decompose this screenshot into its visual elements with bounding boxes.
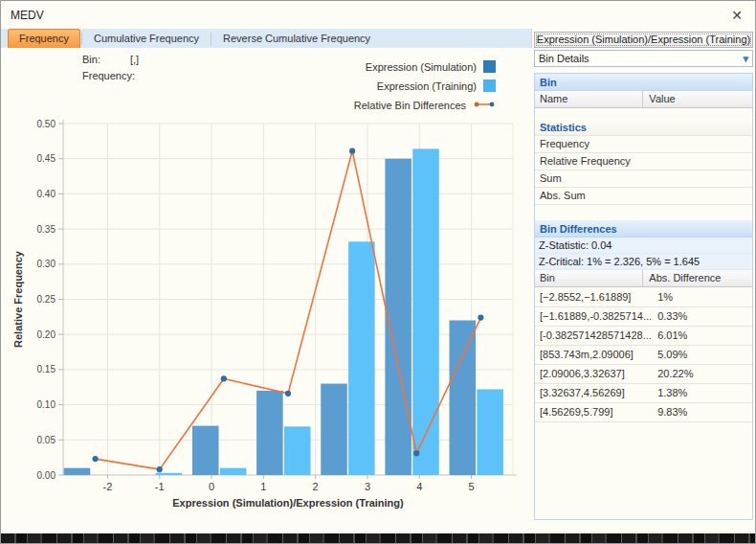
- expression-header-button[interactable]: Expression (Simulation)/Expression (Trai…: [534, 32, 753, 48]
- x-tick-label: 3: [365, 481, 370, 492]
- diff-point[interactable]: [221, 375, 227, 381]
- value-column-header[interactable]: Value: [642, 91, 752, 107]
- legend-label: Relative Bin Differences: [354, 100, 466, 111]
- dropdown-value: Bin Details: [539, 53, 589, 64]
- bin-range-cell: [3.32637,4.56269]: [535, 383, 652, 402]
- x-axis-title: Expression (Simulation)/Expression (Trai…: [172, 497, 404, 509]
- diff-point[interactable]: [478, 314, 483, 320]
- tab-cumulative-frequency[interactable]: Cumulative Frequency: [83, 30, 210, 48]
- legend-label: Expression (Simulation): [366, 61, 477, 73]
- chart-legend: Expression (Simulation)Expression (Train…: [354, 59, 496, 112]
- diff-point[interactable]: [92, 456, 98, 462]
- medv-dialog: MEDV ✕ FrequencyCumulative FrequencyReve…: [0, 0, 756, 544]
- bar-training[interactable]: [220, 468, 247, 475]
- bin-difference-row[interactable]: [−1.61889,-0.3825714...0.33%: [535, 306, 752, 326]
- close-icon[interactable]: ✕: [728, 7, 745, 24]
- abs-difference-cell: 0.33%: [652, 306, 752, 326]
- bin-differences-section-header: Bin Differences: [535, 220, 752, 238]
- window-title: MEDV: [11, 9, 44, 22]
- y-tick-label: 0.30: [37, 259, 56, 269]
- bin-section-header: Bin: [535, 74, 752, 91]
- bin-difference-row[interactable]: [3.32637,4.56269]1.38%: [535, 383, 752, 402]
- bar-simulation[interactable]: [321, 384, 347, 475]
- tab-reverse-cumulative-frequency[interactable]: Reverse Cumulative Frequency: [212, 30, 381, 48]
- abs-difference-cell: 20.22%: [652, 364, 752, 383]
- tab-separator: [81, 33, 82, 45]
- tab-bar: FrequencyCumulative FrequencyReverse Cum…: [1, 29, 532, 48]
- x-tick-label: 0: [209, 481, 214, 492]
- abs-difference-cell: 5.09%: [652, 345, 752, 364]
- y-tick-label: 0.05: [37, 435, 56, 445]
- bin-column-header[interactable]: Bin: [535, 270, 642, 286]
- x-tick-label: 2: [313, 481, 319, 492]
- y-tick-label: 0.50: [37, 119, 56, 129]
- hover-info: Bin: [,] Frequency:: [82, 54, 139, 86]
- y-tick-label: 0.40: [37, 189, 56, 199]
- bar-training[interactable]: [477, 389, 503, 475]
- bin-range-cell: [853.743m,2.09006]: [535, 345, 652, 364]
- y-tick-label: 0.00: [37, 470, 56, 481]
- abs-difference-column-header[interactable]: Abs. Difference: [642, 270, 752, 286]
- abs-difference-cell: 6.01%: [652, 326, 752, 345]
- frequency-label: Frequency:: [82, 70, 130, 81]
- chart-area: Bin: [,] Frequency: Expression (Simulati…: [1, 48, 532, 543]
- statistics-row[interactable]: Abs. Sum: [535, 188, 752, 205]
- legend-line-marker-icon: [473, 100, 496, 111]
- legend-item[interactable]: Expression (Simulation): [354, 59, 496, 74]
- chevron-down-icon: ▾: [743, 53, 748, 65]
- diff-point[interactable]: [157, 466, 163, 472]
- bin-difference-row[interactable]: [2.09006,3.32637]20.22%: [535, 364, 752, 383]
- bar-training[interactable]: [284, 426, 311, 475]
- y-tick-label: 0.25: [37, 294, 56, 305]
- bin-difference-row[interactable]: [853.743m,2.09006]5.09%: [535, 345, 752, 364]
- legend-swatch-icon: [483, 60, 496, 73]
- bin-difference-row[interactable]: [−2.8552,−1.61889]1%: [535, 287, 752, 306]
- y-tick-label: 0.35: [37, 224, 56, 235]
- statistics-row[interactable]: Relative Frequency: [535, 153, 752, 170]
- bin-range-cell: [−2.8552,−1.61889]: [535, 287, 652, 306]
- z-critical: Z-Critical: 1% = 2.326, 5% = 1.645: [535, 254, 752, 270]
- legend-label: Expression (Training): [377, 80, 477, 92]
- legend-swatch-icon: [483, 79, 496, 92]
- abs-difference-cell: 1.38%: [652, 383, 752, 402]
- diff-point[interactable]: [413, 450, 419, 456]
- bin-difference-row[interactable]: [-0.382571428571428...6.01%: [535, 326, 752, 345]
- bar-simulation[interactable]: [256, 391, 283, 475]
- bar-training[interactable]: [348, 241, 375, 475]
- x-tick-label: 1: [260, 481, 266, 492]
- diff-point[interactable]: [349, 148, 355, 154]
- name-column-header[interactable]: Name: [535, 91, 642, 107]
- bin-range-cell: [-0.382571428571428...: [535, 326, 652, 345]
- bar-simulation[interactable]: [450, 321, 477, 475]
- z-statistic: Z-Statistic: 0.04: [535, 238, 752, 254]
- statistics-row[interactable]: Frequency: [535, 136, 752, 153]
- frequency-histogram-chart[interactable]: 0.000.050.100.150.200.250.300.350.400.45…: [1, 48, 532, 523]
- x-tick-label: 4: [416, 481, 422, 492]
- x-tick-label: -1: [155, 481, 165, 492]
- bin-table-header: Name Value: [535, 91, 752, 108]
- bin-range-cell: [4.56269,5.799]: [535, 402, 652, 421]
- legend-item[interactable]: Expression (Training): [354, 79, 496, 93]
- y-tick-label: 0.45: [37, 153, 56, 164]
- statistics-row[interactable]: Sum: [535, 170, 752, 188]
- diff-point[interactable]: [285, 391, 291, 397]
- clipped-background-row: [1, 533, 755, 543]
- bin-range-cell: [2.09006,3.32637]: [535, 364, 652, 383]
- abs-difference-cell: 9.83%: [652, 402, 752, 421]
- legend-item[interactable]: Relative Bin Differences: [354, 98, 496, 112]
- details-panel: Expression (Simulation)/Expression (Trai…: [532, 29, 755, 543]
- bar-training[interactable]: [156, 473, 183, 475]
- bar-training[interactable]: [412, 148, 439, 475]
- bin-details-dropdown[interactable]: Bin Details ▾: [534, 50, 753, 67]
- bin-label: Bin:: [82, 54, 130, 65]
- y-tick-label: 0.20: [37, 329, 56, 340]
- y-tick-label: 0.10: [37, 399, 56, 410]
- bin-difference-row[interactable]: [4.56269,5.799]9.83%: [535, 402, 752, 421]
- bar-simulation[interactable]: [64, 468, 91, 475]
- tab-frequency[interactable]: Frequency: [8, 29, 80, 48]
- y-tick-label: 0.15: [37, 364, 56, 374]
- bar-simulation[interactable]: [192, 426, 219, 475]
- bar-simulation[interactable]: [385, 159, 411, 475]
- bin-differences-table-header: Bin Abs. Difference: [535, 270, 752, 287]
- x-tick-label: 5: [469, 481, 475, 492]
